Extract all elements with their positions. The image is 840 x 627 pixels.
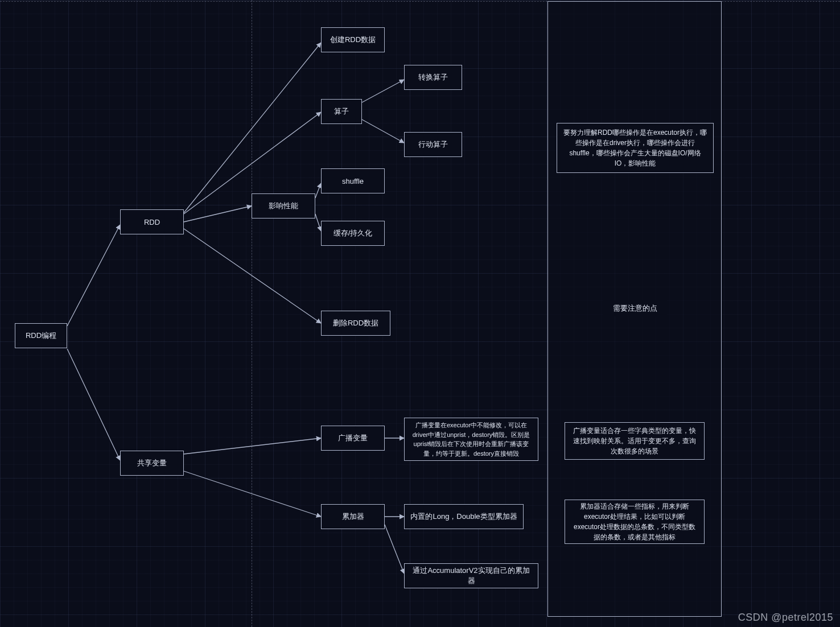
node-create-rdd[interactable]: 创建RDD数据 (321, 27, 385, 52)
node-label: 累加器 (342, 512, 364, 522)
node-label: 内置的Long，Double类型累加器 (410, 512, 517, 522)
node-label: 创建RDD数据 (330, 35, 376, 45)
node-label: 缓存/持久化 (333, 228, 373, 238)
node-acc-builtin[interactable]: 内置的Long，Double类型累加器 (404, 504, 524, 529)
node-label: 删除RDD数据 (333, 318, 378, 328)
text-content: 广播变量适合存一些字典类型的变量，快速找到映射关系。适用于变更不多，查询次数很多… (571, 426, 698, 456)
text-content: 要努力理解RDD哪些操作是在executor执行，哪些操作是在driver执行，… (563, 127, 707, 168)
text-content: 广播变量在executor中不能修改，可以在driver中通过unprist，d… (410, 420, 532, 458)
node-transform[interactable]: 转换算子 (404, 65, 462, 90)
side-panel-title: 需要注意的点 (603, 300, 667, 316)
node-label: 算子 (334, 106, 349, 117)
node-root[interactable]: RDD编程 (15, 323, 67, 348)
side-broadcast-note[interactable]: 广播变量适合存一些字典类型的变量，快速找到映射关系。适用于变更不多，查询次数很多… (565, 422, 705, 460)
node-label: RDD编程 (26, 331, 56, 341)
text-content: 需要注意的点 (613, 303, 657, 314)
node-cache[interactable]: 缓存/持久化 (321, 221, 385, 246)
node-delete-rdd[interactable]: 删除RDD数据 (321, 311, 390, 336)
side-accumulator-note[interactable]: 累加器适合存储一些指标，用来判断executor处理结果，比如可以判断execu… (565, 500, 705, 544)
node-broadcast[interactable]: 广播变量 (321, 426, 385, 451)
guide-vertical (252, 0, 252, 627)
node-label: RDD (144, 218, 160, 226)
node-label: 广播变量 (338, 433, 368, 443)
node-label: 转换算子 (418, 72, 448, 82)
node-label: 通过AccumulatorV2实现自己的累加器 (409, 566, 533, 586)
node-broadcast-desc[interactable]: 广播变量在executor中不能修改，可以在driver中通过unprist，d… (404, 418, 538, 461)
node-performance[interactable]: 影响性能 (252, 193, 315, 218)
node-action[interactable]: 行动算子 (404, 132, 462, 157)
node-label: shuffle (342, 177, 364, 185)
node-rdd[interactable]: RDD (120, 209, 184, 234)
node-label: 共享变量 (137, 458, 167, 468)
node-acc-custom[interactable]: 通过AccumulatorV2实现自己的累加器 (404, 563, 538, 588)
side-executor-note[interactable]: 要努力理解RDD哪些操作是在executor执行，哪些操作是在driver执行，… (557, 123, 714, 173)
node-shared-vars[interactable]: 共享变量 (120, 451, 184, 476)
node-operator[interactable]: 算子 (321, 99, 362, 124)
watermark: CSDN @petrel2015 (738, 612, 833, 624)
node-label: 影响性能 (269, 201, 298, 211)
node-accumulator[interactable]: 累加器 (321, 504, 385, 529)
node-label: 行动算子 (418, 139, 448, 150)
node-shuffle[interactable]: shuffle (321, 168, 385, 193)
text-content: 累加器适合存储一些指标，用来判断executor处理结果，比如可以判断execu… (571, 501, 698, 542)
